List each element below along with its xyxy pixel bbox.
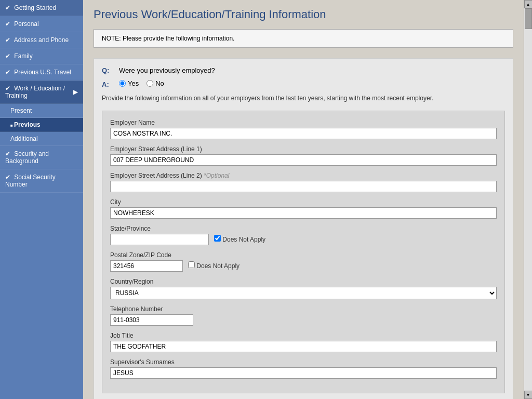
state-row: Does Not Apply xyxy=(110,234,497,245)
scrollbar[interactable]: ▲ ▼ xyxy=(524,0,532,399)
yes-label: Yes xyxy=(128,79,139,87)
check-icon: ✔ xyxy=(5,69,10,76)
job-title-field: Job Title xyxy=(110,332,497,352)
sidebar: ✔ Getting Started ✔ Personal ✔ Address a… xyxy=(0,0,83,399)
yes-radio-label[interactable]: Yes xyxy=(119,79,139,87)
sidebar-item-label: Security and Background xyxy=(5,150,49,165)
state-does-not-apply-checkbox[interactable] xyxy=(214,235,221,242)
job-title-input[interactable] xyxy=(110,341,497,352)
sidebar-item-getting-started[interactable]: ✔ Getting Started xyxy=(0,0,83,16)
check-icon: ✔ xyxy=(5,36,10,44)
scroll-up-button[interactable]: ▲ xyxy=(524,0,533,8)
state-input[interactable] xyxy=(110,234,209,245)
sidebar-item-family[interactable]: ✔ Family xyxy=(0,48,83,64)
postal-input[interactable] xyxy=(110,260,183,272)
optional-label: *Optional xyxy=(204,172,229,179)
city-input[interactable] xyxy=(110,207,497,219)
postal-does-not-apply-checkbox[interactable] xyxy=(188,261,195,268)
employer-street1-field: Employer Street Address (Line 1) xyxy=(110,145,497,166)
city-label: City xyxy=(110,198,497,206)
no-radio[interactable] xyxy=(147,80,153,87)
main-content: Previous Work/Education/Training Informa… xyxy=(83,0,524,399)
page-title: Previous Work/Education/Training Informa… xyxy=(94,8,513,21)
state-label: State/Province xyxy=(110,225,497,232)
sidebar-subitem-label: Present xyxy=(10,107,32,114)
telephone-field: Telephone Number xyxy=(110,305,497,326)
sidebar-subitem-present[interactable]: Present xyxy=(0,104,83,118)
question-section: Q: Were you previously employed? A: Yes … xyxy=(94,58,513,399)
state-does-not-apply-text: Does Not Apply xyxy=(222,236,265,243)
employer-street2-input[interactable] xyxy=(110,181,497,192)
zip-row: Does Not Apply xyxy=(110,260,497,272)
sidebar-item-previous-travel[interactable]: ✔ Previous U.S. Travel xyxy=(0,64,83,81)
scroll-down-button[interactable]: ▼ xyxy=(524,391,533,399)
state-does-not-apply-label[interactable]: Does Not Apply xyxy=(214,235,265,243)
check-icon: ✔ xyxy=(5,4,10,11)
employer-name-label: Employer Name xyxy=(110,119,497,126)
sidebar-subitem-label: Additional xyxy=(10,135,38,142)
postal-does-not-apply-label[interactable]: Does Not Apply xyxy=(188,261,240,270)
check-icon: ✔ xyxy=(5,150,10,157)
check-icon: ✔ xyxy=(5,20,10,28)
employer-name-input[interactable] xyxy=(110,128,497,139)
job-title-label: Job Title xyxy=(110,332,497,339)
employer-name-field: Employer Name xyxy=(110,119,497,139)
a-label: A: xyxy=(102,81,115,88)
answer-row: A: Yes No xyxy=(102,79,505,88)
sidebar-item-work-education[interactable]: ✔ Work / Education / Training ▶ xyxy=(0,81,83,104)
content-area: Previous Work/Education/Training Informa… xyxy=(83,0,524,399)
yes-radio[interactable] xyxy=(119,80,126,87)
check-icon: ✔ xyxy=(5,174,10,181)
note-text: NOTE: Please provide the following infor… xyxy=(102,35,234,42)
sidebar-subitem-previous[interactable]: Previous xyxy=(0,118,83,132)
country-field: Country/Region RUSSIA UNITED STATES OTHE… xyxy=(110,278,497,299)
sidebar-item-label: Personal xyxy=(14,20,38,28)
question-row: Q: Were you previously employed? xyxy=(102,66,505,74)
question-text: Were you previously employed? xyxy=(119,66,215,74)
supervisor-label: Supervisor's Surnames xyxy=(110,358,497,366)
q-label: Q: xyxy=(102,66,115,74)
postal-label: Postal Zone/ZIP Code xyxy=(110,251,497,259)
employer-street1-input[interactable] xyxy=(110,154,497,166)
radio-group: Yes No xyxy=(119,79,164,87)
chevron-icon: ▶ xyxy=(73,88,78,96)
description-text: Provide the following information on all… xyxy=(102,94,505,103)
country-label: Country/Region xyxy=(110,278,497,285)
employer-street2-label: Employer Street Address (Line 2) *Option… xyxy=(110,172,497,179)
sidebar-item-label: Getting Started xyxy=(14,4,56,11)
employer-street1-label: Employer Street Address (Line 1) xyxy=(110,145,497,153)
sidebar-item-security-background[interactable]: ✔ Security and Background xyxy=(0,146,83,169)
sidebar-item-social-security[interactable]: ✔ Social Security Number xyxy=(0,169,83,193)
sidebar-subitem-additional[interactable]: Additional xyxy=(0,132,83,146)
sidebar-item-label: Family xyxy=(14,52,32,60)
sidebar-item-label: Previous U.S. Travel xyxy=(14,69,71,76)
sidebar-item-address-phone[interactable]: ✔ Address and Phone xyxy=(0,32,83,48)
sidebar-item-label: Social Security Number xyxy=(5,174,56,188)
sidebar-item-label: Address and Phone xyxy=(14,36,69,44)
check-icon: ✔ xyxy=(5,52,10,60)
no-label: No xyxy=(155,79,164,87)
supervisor-input[interactable] xyxy=(110,367,497,379)
state-field: State/Province Does Not Apply xyxy=(110,225,497,245)
sidebar-item-personal[interactable]: ✔ Personal xyxy=(0,16,83,32)
city-field: City xyxy=(110,198,497,219)
scroll-track[interactable] xyxy=(524,8,533,391)
sidebar-item-label: Work / Education / Training xyxy=(5,85,65,99)
employer-form: Employer Name Employer Street Address (L… xyxy=(102,111,505,393)
sidebar-subitem-label: Previous xyxy=(14,121,41,128)
no-radio-label[interactable]: No xyxy=(147,79,164,87)
note-box: NOTE: Please provide the following infor… xyxy=(94,29,513,48)
telephone-input[interactable] xyxy=(110,314,193,326)
postal-field: Postal Zone/ZIP Code Does Not Apply xyxy=(110,251,497,272)
telephone-label: Telephone Number xyxy=(110,305,497,313)
country-select[interactable]: RUSSIA UNITED STATES OTHER xyxy=(110,287,497,299)
postal-does-not-apply-text: Does Not Apply xyxy=(196,262,240,270)
supervisor-field: Supervisor's Surnames xyxy=(110,358,497,379)
scroll-thumb[interactable] xyxy=(525,8,532,29)
check-icon: ✔ xyxy=(5,85,10,92)
employer-street2-field: Employer Street Address (Line 2) *Option… xyxy=(110,172,497,192)
